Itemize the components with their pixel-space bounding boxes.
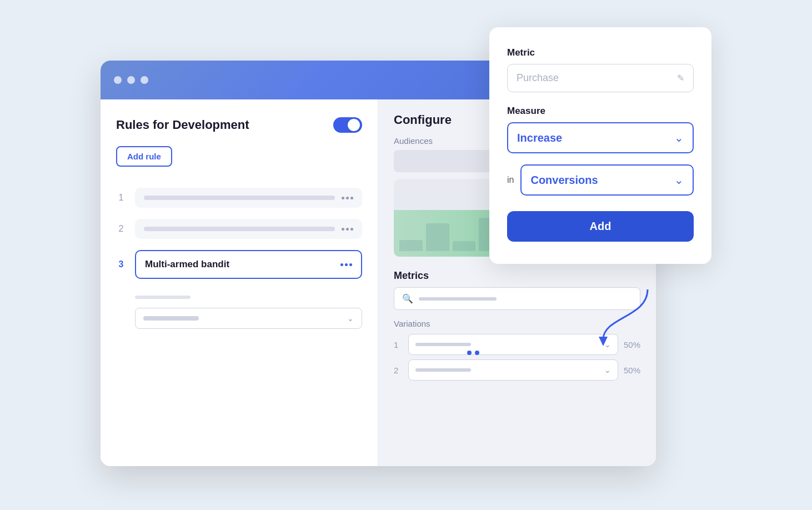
conversions-value: Conversions [530, 174, 598, 187]
rule-dots-3[interactable] [340, 263, 352, 266]
dot [342, 197, 344, 199]
rule-item-1: 1 [116, 182, 362, 213]
rule-number-3: 3 [116, 259, 126, 269]
dot [346, 197, 349, 199]
panel-header: Rules for Development [116, 117, 362, 133]
window-dot-3 [141, 76, 148, 84]
chevron-down-icon: ⌄ [674, 131, 684, 144]
measure-section-label: Measure [507, 106, 694, 117]
rule-item-3: 3 Multi-armed bandit [116, 244, 362, 284]
window-dot-1 [114, 76, 122, 84]
metric-input-value: Purchase [517, 72, 559, 84]
metric-input-row[interactable]: Purchase ✎ [507, 64, 694, 92]
variation-num-1: 1 [394, 340, 403, 349]
chevron-down-icon: ⌄ [604, 366, 611, 374]
rule-item-2: 2 [116, 213, 362, 244]
dot [350, 197, 353, 199]
dots-connector [467, 351, 479, 355]
dot [340, 263, 343, 266]
rule-card-3[interactable]: Multi-armed bandit [135, 250, 362, 279]
section-divider [135, 296, 191, 299]
connector-dot [475, 351, 479, 355]
dropdown-placeholder [143, 316, 199, 321]
variation-pct-2: 50% [624, 366, 640, 375]
svg-marker-0 [599, 337, 608, 346]
measure-dropdown[interactable]: Increase ⌄ [507, 122, 694, 153]
window-dot-2 [127, 76, 135, 84]
toggle-switch[interactable] [333, 117, 362, 133]
dot [345, 263, 348, 266]
type-dropdown[interactable]: ⌄ [135, 308, 362, 329]
chevron-down-icon: ⌄ [347, 314, 354, 323]
rule-bar-1 [144, 196, 335, 200]
popup-card: Metric Purchase ✎ Measure Increase ⌄ in … [489, 27, 711, 264]
metrics-title: Metrics [394, 270, 640, 282]
in-row: in Conversions ⌄ [507, 164, 694, 196]
metric-section-label: Metric [507, 47, 694, 58]
left-panel: Rules for Development Add rule 1 [101, 99, 378, 466]
variation-dropdown-2[interactable]: ⌄ [408, 359, 618, 381]
add-button[interactable]: Add [507, 211, 694, 242]
variation-num-2: 2 [394, 366, 403, 375]
add-rule-button[interactable]: Add rule [116, 146, 172, 167]
variation-bar-1 [415, 343, 471, 346]
rule-dots-2[interactable] [342, 228, 353, 231]
rule-label-3: Multi-armed bandit [145, 259, 229, 270]
variation-bar-2 [415, 368, 471, 372]
variation-row-2: 2 ⌄ 50% [394, 359, 640, 381]
edit-icon[interactable]: ✎ [677, 73, 684, 83]
conversions-dropdown[interactable]: Conversions ⌄ [520, 164, 694, 196]
search-icon: 🔍 [402, 293, 413, 304]
search-bar-placeholder [419, 297, 497, 301]
rule-dots-1[interactable] [342, 197, 353, 199]
rule-card-2[interactable] [135, 219, 362, 239]
rule-number-1: 1 [116, 193, 126, 203]
panel-title: Rules for Development [116, 118, 249, 132]
chevron-down-icon: ⌄ [674, 173, 684, 187]
connector-dot [467, 351, 472, 355]
dot [346, 228, 349, 231]
rule-card-1[interactable] [135, 188, 362, 208]
dot [350, 228, 353, 231]
dot [349, 263, 352, 266]
rule-list: 1 2 [116, 182, 362, 284]
toggle-knob [348, 119, 360, 131]
in-label: in [507, 175, 514, 185]
rule-bar-2 [144, 227, 335, 231]
rule-number-2: 2 [116, 224, 126, 234]
measure-value: Increase [517, 132, 562, 144]
dot [342, 228, 344, 231]
connector-arrow [559, 284, 659, 353]
